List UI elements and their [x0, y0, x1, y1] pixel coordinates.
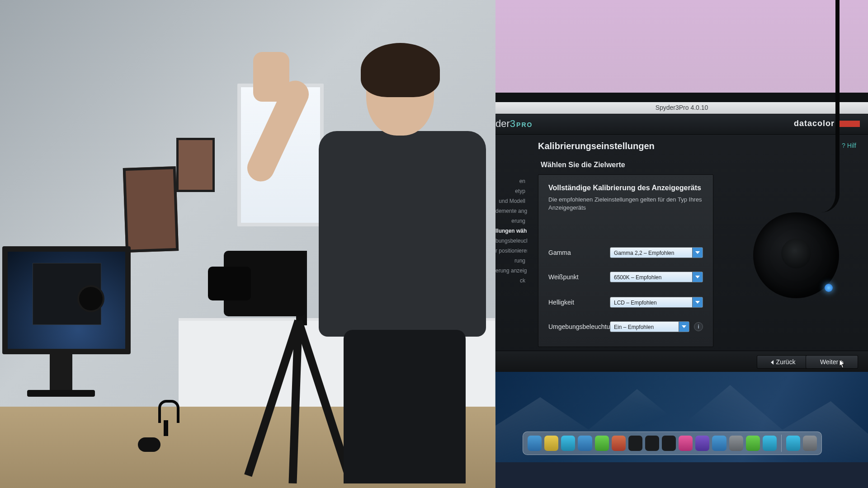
desk-monitor	[2, 246, 121, 383]
page-subtitle: Wählen Sie die Zielwerte	[541, 161, 625, 169]
wizard-step[interactable]: erung anzeigen	[495, 266, 527, 276]
field-gamma: Gamma Gamma 2,2 – Empfohlen	[548, 246, 703, 259]
card-description: Die empfohlenen Zieleinstellungen gelten…	[548, 196, 703, 211]
ambient-label: Umgebungsbeleuchtu	[548, 323, 610, 330]
photos-icon[interactable]	[679, 436, 693, 451]
wizard-step[interactable]: bungsbeleuchtung	[495, 236, 527, 246]
gamma-label: Gamma	[548, 249, 610, 256]
wizard-step[interactable]: demente angeben	[495, 206, 527, 216]
colorimeter-device	[79, 287, 103, 310]
chevron-down-icon	[695, 251, 700, 254]
field-ambient: Umgebungsbeleuchtu Ein – Empfohlen i	[548, 320, 703, 333]
spotify-icon[interactable]	[746, 436, 760, 451]
bridge-icon[interactable]	[662, 436, 676, 451]
next-label: Weiter	[820, 358, 838, 366]
chevron-down-icon	[682, 325, 686, 328]
brightness-label: Helligkeit	[548, 299, 610, 306]
photoshop-icon[interactable]	[645, 436, 659, 451]
camera	[224, 251, 305, 316]
chevron-down-icon	[695, 276, 700, 278]
itunes-icon[interactable]	[695, 436, 709, 451]
whitepoint-label: Weißpunkt	[548, 273, 610, 281]
wizard-step[interactable]: llungen wählen	[495, 226, 527, 236]
wizard-step[interactable]: rung	[495, 256, 527, 266]
wizard-step[interactable]: r positionieren	[495, 246, 527, 256]
brightness-select[interactable]: LCD – Empfohlen	[610, 297, 703, 308]
wizard-step[interactable]: en	[495, 176, 527, 186]
skype-icon[interactable]	[763, 436, 777, 451]
back-button[interactable]: Zurück	[757, 355, 809, 369]
folder-icon[interactable]	[786, 436, 800, 451]
chevron-down-icon	[695, 301, 700, 304]
puck-lens	[781, 239, 811, 268]
wizard-step[interactable]: ck	[495, 276, 527, 286]
dock-divider	[781, 435, 782, 452]
field-brightness: Helligkeit LCD – Empfohlen	[548, 296, 703, 309]
macos-dock[interactable]	[523, 432, 822, 455]
company-logo-bar	[836, 121, 860, 127]
back-label: Zurück	[776, 358, 796, 366]
page-title: Kalibrierungseinstellungen	[538, 141, 655, 151]
card-heading: Vollständige Kalibrierung des Anzeigeger…	[548, 184, 703, 192]
launchpad-icon[interactable]	[544, 436, 558, 451]
chevron-left-icon	[771, 360, 774, 365]
studio-photo	[0, 0, 495, 488]
next-button[interactable]: Weiter	[806, 355, 858, 369]
brightness-value: LCD – Empfohlen	[614, 300, 657, 306]
trash-icon[interactable]	[803, 436, 817, 451]
app-header: der3PRO datacolor	[495, 114, 868, 135]
window-titlebar[interactable]: Spyder3Pro 4.0.10	[495, 102, 868, 114]
field-whitepoint: Weißpunkt 6500K – Empfohlen	[548, 271, 703, 283]
settings-card: Vollständige Kalibrierung des Anzeigeger…	[538, 174, 713, 347]
logo-number: 3	[510, 118, 515, 129]
cursor-icon	[839, 359, 845, 368]
headphone-stand	[154, 400, 179, 436]
wall-art	[123, 166, 179, 253]
whitepoint-value: 6500K – Empfohlen	[614, 274, 661, 281]
app-footer: Zurück Weiter	[495, 351, 868, 372]
preview-icon[interactable]	[729, 436, 743, 451]
ambient-select[interactable]: Ein – Empfohlen	[610, 321, 689, 332]
mail-icon[interactable]	[578, 436, 592, 451]
monitor-closeup: Spyder3Pro 4.0.10 der3PRO datacolor Kali…	[495, 0, 868, 488]
appstore-icon[interactable]	[712, 436, 726, 451]
wizard-step[interactable]: etyp	[495, 186, 527, 196]
wizard-step[interactable]: und Modell	[495, 196, 527, 206]
whitepoint-select[interactable]: 6500K – Empfohlen	[610, 272, 703, 282]
colorimeter-puck	[753, 212, 839, 298]
logo-text: der	[495, 118, 510, 129]
messages-icon[interactable]	[595, 436, 609, 451]
lightroom-icon[interactable]	[628, 436, 642, 451]
help-link[interactable]: Hilf	[842, 142, 856, 149]
wizard-steps: en etyp und Modell demente angeben erung…	[495, 176, 527, 286]
info-icon[interactable]: i	[694, 322, 703, 331]
logo-suffix: PRO	[516, 121, 533, 128]
wall-art	[176, 138, 215, 192]
status-led-icon	[825, 284, 833, 292]
safari-icon[interactable]	[561, 436, 575, 451]
calendar-icon[interactable]	[612, 436, 626, 451]
finder-icon[interactable]	[528, 436, 542, 451]
gamma-value: Gamma 2,2 – Empfohlen	[614, 250, 674, 256]
product-logo: der3PRO	[495, 118, 533, 130]
gamma-select[interactable]: Gamma 2,2 – Empfohlen	[610, 247, 703, 258]
desk-mouse	[138, 437, 160, 452]
sensor-cable	[819, 0, 840, 212]
wizard-step[interactable]: erung	[495, 216, 527, 226]
person	[312, 50, 493, 483]
ambient-value: Ein – Empfohlen	[614, 324, 654, 330]
